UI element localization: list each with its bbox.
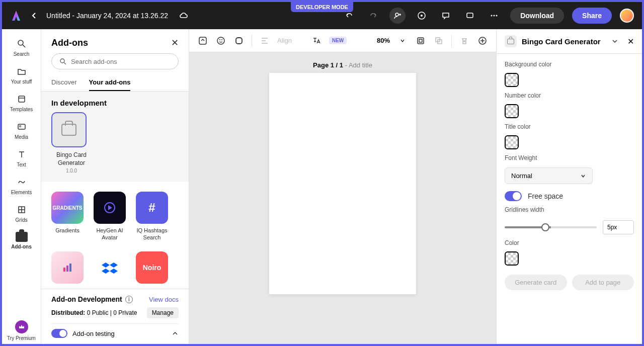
translate-icon[interactable] bbox=[311, 35, 322, 46]
svg-point-2 bbox=[421, 15, 423, 17]
font-weight-select[interactable]: Normal bbox=[505, 167, 593, 184]
hashtag-thumb: # bbox=[136, 192, 168, 224]
close-panel-button[interactable]: ✕ bbox=[171, 37, 179, 48]
tab-your-addons[interactable]: Your add-ons bbox=[89, 74, 131, 91]
bg-color-swatch[interactable] bbox=[505, 73, 519, 87]
layers-icon[interactable] bbox=[415, 35, 426, 46]
comment-icon[interactable] bbox=[438, 8, 454, 24]
addon-gradients[interactable]: GRADIENTSGradients bbox=[51, 192, 84, 241]
svg-point-20 bbox=[221, 39, 222, 40]
add-to-page-button[interactable]: Add to page bbox=[572, 275, 634, 290]
svg-rect-3 bbox=[467, 13, 473, 18]
developer-mode-badge: DEVELOPER MODE bbox=[291, 2, 353, 12]
svg-rect-17 bbox=[199, 37, 206, 44]
distributed-value: 0 Public | 0 Private bbox=[87, 309, 137, 316]
title-color-swatch[interactable] bbox=[505, 135, 519, 149]
svg-rect-8 bbox=[19, 96, 25, 102]
close-addon-icon[interactable]: ✕ bbox=[627, 37, 634, 46]
align-icon bbox=[259, 35, 270, 46]
rail-elements[interactable]: Elements bbox=[2, 174, 41, 198]
rail-label: Add-ons bbox=[11, 244, 32, 249]
tab-discover[interactable]: Discover bbox=[51, 74, 77, 91]
present-icon[interactable] bbox=[462, 8, 478, 24]
redo-button[interactable] bbox=[365, 8, 381, 24]
addons-panel: Add-ons ✕ Discover Your add-ons In devel… bbox=[41, 29, 189, 344]
number-color-swatch[interactable] bbox=[505, 104, 519, 118]
title-color-label: Title color bbox=[505, 123, 634, 130]
chevron-down-icon bbox=[580, 173, 586, 179]
svg-rect-21 bbox=[236, 38, 242, 44]
view-docs-link[interactable]: View docs bbox=[149, 296, 179, 303]
addon-iq-hashtags[interactable]: #IQ Hashtags Search bbox=[136, 192, 168, 241]
addon-panel-icon bbox=[505, 35, 517, 47]
svg-point-19 bbox=[219, 39, 220, 40]
collapse-icon[interactable] bbox=[172, 330, 179, 337]
pink-thumb bbox=[51, 251, 84, 284]
addon-label: Gradients bbox=[55, 227, 79, 234]
addon-testing-toggle[interactable] bbox=[51, 329, 67, 338]
premium-icon bbox=[15, 320, 28, 333]
rail-label: Templates bbox=[10, 107, 33, 112]
rail-text[interactable]: Text bbox=[2, 146, 41, 170]
search-field[interactable] bbox=[71, 58, 171, 65]
font-weight-label: Font Weight bbox=[505, 154, 634, 161]
gridlines-label: Gridlines width bbox=[505, 206, 634, 213]
effects-icon[interactable] bbox=[215, 35, 226, 46]
rail-label: Elements bbox=[11, 190, 32, 195]
rail-try-premium[interactable]: Try Premium bbox=[2, 317, 41, 344]
duplicate-icon bbox=[433, 35, 444, 46]
bg-color-label: Background color bbox=[505, 61, 634, 68]
user-avatar[interactable] bbox=[620, 9, 634, 23]
help-icon[interactable] bbox=[414, 8, 430, 24]
document-title[interactable]: Untitled - January 24, 2024 at 13.26.22 bbox=[46, 12, 168, 20]
free-space-label: Free space bbox=[528, 192, 563, 200]
rail-add-ons[interactable]: Add-ons bbox=[2, 229, 41, 252]
rail-search[interactable]: Search bbox=[2, 35, 41, 60]
addon-heygen[interactable]: HeyGen AI Avatar bbox=[94, 192, 126, 241]
manage-button[interactable]: Manage bbox=[147, 307, 179, 318]
rail-media[interactable]: Media bbox=[2, 118, 41, 143]
add-page-icon[interactable] bbox=[477, 35, 488, 46]
slider-thumb[interactable] bbox=[541, 223, 549, 231]
addon-icon bbox=[16, 232, 28, 242]
page-canvas[interactable] bbox=[269, 73, 416, 294]
back-button[interactable] bbox=[30, 12, 38, 20]
rail-grids[interactable]: Grids bbox=[2, 201, 41, 226]
cloud-sync-icon[interactable] bbox=[179, 12, 189, 20]
svg-rect-14 bbox=[63, 268, 65, 272]
gridlines-slider[interactable] bbox=[505, 226, 597, 228]
canvas-viewport[interactable]: Page 1 / 1 - Add title bbox=[189, 52, 496, 344]
zoom-level[interactable]: 80% bbox=[377, 37, 390, 44]
more-icon[interactable] bbox=[486, 8, 502, 24]
addon-development-footer: Add-on Developmenti View docs Distribute… bbox=[41, 289, 189, 344]
addon-item-4[interactable] bbox=[51, 251, 84, 284]
invite-button[interactable] bbox=[389, 8, 406, 24]
addon-dropbox[interactable] bbox=[94, 251, 126, 284]
minimize-icon[interactable] bbox=[611, 38, 618, 45]
number-color-label: Number color bbox=[505, 92, 634, 99]
dev-addon-name: Bingo Card Generator bbox=[51, 151, 92, 167]
share-button[interactable]: Share bbox=[572, 8, 612, 24]
shape-icon[interactable] bbox=[233, 35, 245, 46]
generative-fill-icon[interactable] bbox=[197, 35, 208, 46]
info-icon[interactable]: i bbox=[125, 296, 133, 303]
gridlines-input[interactable] bbox=[603, 220, 634, 234]
generate-card-button[interactable]: Generate card bbox=[505, 275, 567, 290]
addon-testing-label: Add-on testing bbox=[72, 330, 115, 337]
rail-templates[interactable]: Templates bbox=[2, 91, 41, 115]
svg-rect-22 bbox=[418, 38, 424, 44]
svg-rect-16 bbox=[69, 264, 71, 272]
gridline-color-swatch[interactable] bbox=[505, 251, 519, 266]
gradients-thumb: GRADIENTS bbox=[51, 192, 84, 224]
dev-addon-card[interactable] bbox=[51, 112, 87, 147]
rail-your-stuff[interactable]: Your stuff bbox=[2, 63, 41, 88]
page-label[interactable]: Page 1 / 1 - Add title bbox=[313, 61, 372, 69]
download-button[interactable]: Download bbox=[510, 8, 564, 24]
search-addons-input[interactable] bbox=[51, 53, 179, 69]
free-space-toggle[interactable] bbox=[505, 191, 522, 201]
addons-title: Add-ons bbox=[51, 38, 88, 48]
zoom-dropdown-icon[interactable] bbox=[397, 35, 408, 46]
addon-neiro[interactable]: Noiro bbox=[136, 251, 168, 284]
addon-label: HeyGen AI Avatar bbox=[94, 227, 126, 241]
svg-rect-23 bbox=[419, 39, 422, 42]
